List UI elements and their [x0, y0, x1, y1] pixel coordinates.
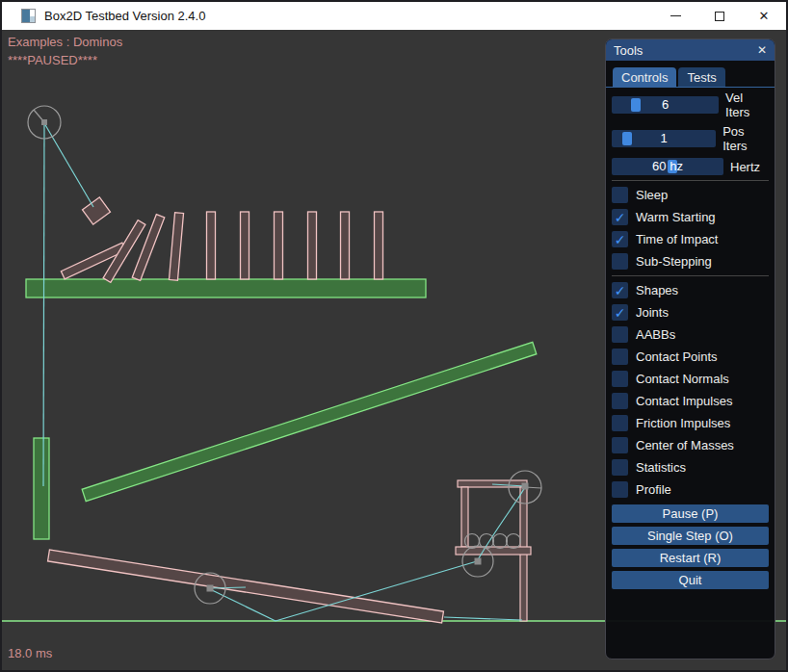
tools-panel: Tools ✕ Controls Tests 6 Vel Iters [605, 39, 775, 659]
cart-left-post [461, 487, 468, 547]
checkbox-friction-impulses[interactable]: Friction Impulses [612, 412, 769, 434]
checkbox-sub-stepping[interactable]: Sub-Stepping [612, 250, 769, 272]
checkbox-box [612, 326, 628, 343]
pause-button[interactable]: Pause (P) [612, 504, 769, 523]
tools-panel-titlebar[interactable]: Tools ✕ [606, 39, 775, 61]
checkbox-box [612, 253, 628, 270]
checkbox-box [612, 393, 628, 409]
app-window: Box2D Testbed Version 2.4.0 ✕ [0, 0, 788, 672]
simulation-canvas[interactable]: Examples : Dominos ****PAUSED**** 18.0 m… [2, 30, 786, 670]
titlebar: Box2D Testbed Version 2.4.0 ✕ [2, 2, 786, 30]
joint-anchor [522, 483, 529, 490]
vel-iters-label: Vel Iters [725, 90, 769, 119]
tab-tests[interactable]: Tests [678, 67, 724, 87]
check-icon: ✓ [615, 284, 626, 297]
vel-iters-slider-row: 6 Vel Iters [612, 90, 769, 119]
pos-iters-label: Pos Iters [722, 124, 769, 153]
green-ramp [82, 342, 537, 501]
checkbox-box: ✓ [612, 282, 628, 298]
checkbox-warm-starting[interactable]: ✓ Warm Starting [612, 206, 769, 228]
pos-iters-slider[interactable]: 1 [612, 130, 716, 147]
tools-panel-title: Tools [614, 43, 643, 58]
checkbox-shapes[interactable]: ✓ Shapes [612, 279, 769, 301]
minimize-button[interactable] [653, 2, 697, 30]
pos-iters-value: 1 [612, 130, 716, 147]
close-icon: ✕ [759, 10, 770, 22]
checkbox-joints[interactable]: ✓ Joints [612, 301, 769, 323]
tab-bar: Controls Tests [613, 67, 775, 87]
cart-ball [507, 534, 521, 549]
checkbox-box [612, 481, 628, 498]
domino-upright [241, 212, 250, 279]
app-icon [21, 9, 36, 23]
domino-platform [26, 279, 426, 297]
minimize-icon [670, 15, 681, 16]
joint-line [444, 617, 522, 620]
check-icon: ✓ [615, 211, 626, 224]
joint-line [43, 123, 44, 486]
vel-iters-value: 6 [612, 96, 719, 114]
single-step-button[interactable]: Single Step (O) [612, 527, 769, 545]
domino-upright [375, 212, 383, 279]
joint-line [44, 123, 93, 207]
hertz-slider[interactable]: 60 hz [612, 158, 723, 175]
quit-button[interactable]: Quit [612, 571, 769, 589]
close-button[interactable]: ✕ [742, 2, 786, 30]
checkbox-box: ✓ [612, 209, 628, 225]
checkbox-profile[interactable]: Profile [612, 478, 769, 501]
domino-upright [341, 212, 350, 279]
checkbox-box: ✓ [612, 231, 628, 247]
checkbox-time-of-impact[interactable]: ✓ Time of Impact [612, 228, 769, 250]
checkbox-aabbs[interactable]: AABBs [612, 323, 769, 346]
checkbox-box [612, 459, 628, 476]
cart-ball [493, 534, 508, 549]
domino-leaning [169, 213, 183, 281]
checkbox-box [612, 371, 628, 387]
maximize-button[interactable] [697, 2, 742, 30]
checkbox-contact-impulses[interactable]: Contact Impulses [612, 390, 769, 412]
vel-iters-slider[interactable]: 6 [612, 96, 719, 114]
separator [612, 275, 769, 276]
check-icon: ✓ [615, 306, 626, 320]
checkbox-box [612, 437, 628, 453]
pendulum-box [83, 197, 111, 224]
checkbox-contact-normals[interactable]: Contact Normals [612, 368, 769, 390]
separator [612, 180, 769, 181]
checkbox-center-of-masses[interactable]: Center of Masses [612, 434, 769, 456]
hertz-slider-row: 60 hz Hertz [612, 158, 769, 175]
domino-upright [207, 212, 216, 279]
tab-controls[interactable]: Controls [613, 67, 676, 87]
pos-iters-slider-row: 1 Pos Iters [612, 124, 769, 153]
check-icon: ✓ [615, 233, 626, 246]
example-label: Examples : Dominos [8, 35, 122, 49]
frame-time-label: 18.0 ms [8, 646, 52, 660]
checkbox-box [612, 187, 628, 203]
green-pillar [34, 438, 49, 539]
hertz-label: Hertz [730, 160, 760, 174]
joint-anchor [41, 119, 47, 125]
panel-close-icon[interactable]: ✕ [757, 44, 767, 56]
domino-upright [275, 212, 283, 279]
hertz-value: 60 hz [612, 158, 723, 175]
checkbox-statistics[interactable]: Statistics [612, 456, 769, 478]
maximize-icon [715, 12, 724, 21]
restart-button[interactable]: Restart (R) [612, 549, 769, 567]
joint-anchor [475, 558, 482, 565]
seesaw-plank [48, 550, 444, 623]
checkbox-box: ✓ [612, 304, 628, 321]
paused-label: ****PAUSED**** [8, 53, 97, 67]
checkbox-box [612, 415, 628, 431]
domino-upright [308, 212, 317, 279]
window-title: Box2D Testbed Version 2.4.0 [44, 9, 205, 23]
checkbox-contact-points[interactable]: Contact Points [612, 346, 769, 368]
checkbox-box [612, 349, 628, 365]
checkbox-sleep[interactable]: Sleep [612, 184, 769, 206]
joint-anchor [207, 585, 214, 592]
